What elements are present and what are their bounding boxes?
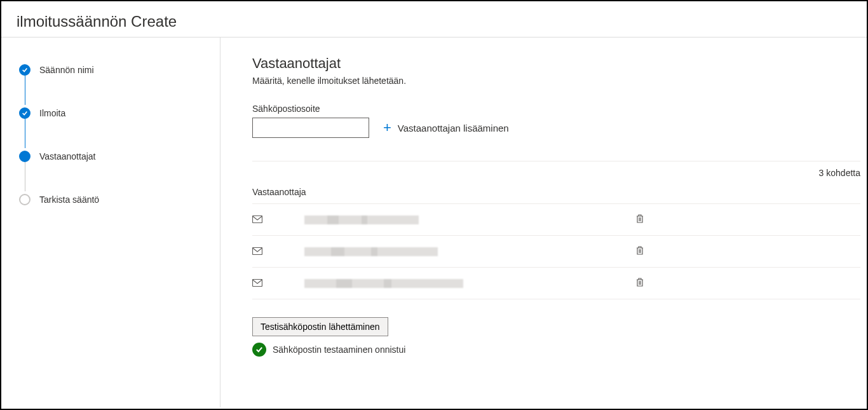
recipient-row [252, 204, 860, 236]
recipient-email-redacted [304, 247, 438, 256]
delete-recipient-button[interactable] [635, 245, 644, 257]
step-notify[interactable]: Ilmoita [19, 106, 205, 120]
step-recipients[interactable]: Vastaanottajat [19, 149, 205, 163]
recipient-row [252, 236, 860, 268]
step-review[interactable]: Tarkista sääntö [19, 193, 205, 207]
success-check-icon [252, 343, 266, 357]
recipient-row [252, 268, 860, 299]
current-step-icon [19, 151, 31, 162]
delete-recipient-button[interactable] [635, 214, 644, 226]
step-label: Vastaanottajat [39, 151, 95, 161]
step-label: Ilmoita [39, 108, 65, 118]
table-header-recipient: Vastaanottaja [252, 187, 860, 204]
step-label: Tarkista sääntö [39, 195, 99, 205]
check-icon [19, 64, 31, 76]
plus-icon: + [383, 121, 391, 135]
check-icon [19, 107, 31, 119]
step-label: Säännön nimi [39, 65, 94, 75]
send-test-email-button[interactable]: Testisähköpostin lähettäminen [252, 317, 388, 336]
section-subtitle: Määritä, kenelle ilmoitukset lähetetään. [252, 76, 860, 86]
add-recipient-label: Vastaanottajan lisääminen [398, 123, 509, 133]
item-count: 3 kohdetta [819, 168, 860, 178]
email-input[interactable] [252, 118, 369, 138]
mail-icon [252, 278, 264, 289]
mail-icon [252, 247, 264, 257]
email-label: Sähköpostiosoite [252, 104, 860, 114]
mail-icon [252, 215, 264, 225]
add-recipient-button[interactable]: + Vastaanottajan lisääminen [383, 121, 509, 135]
step-rule-name[interactable]: Säännön nimi [19, 63, 205, 77]
wizard-steps: Säännön nimi Ilmoita Vastaanottajat Tark… [1, 37, 220, 407]
success-message: Sähköpostin testaaminen onnistui [273, 345, 405, 355]
section-title: Vastaanottajat [252, 55, 860, 72]
pending-step-icon [19, 194, 31, 205]
page-title: ilmoitussäännön Create [17, 13, 851, 31]
delete-recipient-button[interactable] [635, 277, 644, 289]
recipient-email-redacted [304, 279, 463, 288]
recipient-email-redacted [304, 215, 419, 224]
